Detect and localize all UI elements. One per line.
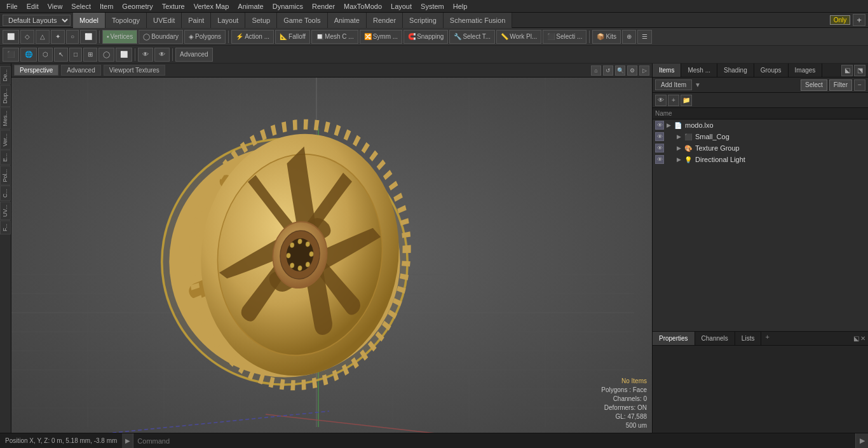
tab-model[interactable]: Model — [73, 13, 105, 28]
tool-vertices-mode[interactable]: ▪ Vertices — [102, 30, 137, 44]
layout-select[interactable]: Default Layouts — [3, 15, 71, 26]
tool-action[interactable]: ⚡ Action ... — [231, 30, 274, 44]
rp-add-icon[interactable]: + — [668, 95, 679, 106]
item-expand-arrow[interactable]: ▶ — [677, 145, 681, 151]
rp-expand-button[interactable]: ⬕ — [841, 65, 853, 76]
item-row[interactable]: 👁 ▶ 🎨 Texture Group — [653, 142, 868, 154]
sidebar-tab-c[interactable]: C... — [0, 186, 11, 201]
tool-boundary-mode[interactable]: ◯ Boundary — [139, 30, 183, 44]
command-input[interactable] — [133, 433, 855, 448]
vp-tab-perspective[interactable]: Perspective — [14, 65, 58, 76]
sidebar-tab-uv[interactable]: UV... — [0, 201, 11, 220]
add-layout-button[interactable]: + — [853, 14, 865, 26]
menu-animate[interactable]: Animate — [234, 1, 267, 11]
tool-select-edges[interactable]: ◇ — [20, 30, 34, 44]
tool2-eye2[interactable]: 👁 — [154, 48, 170, 62]
tab-scripting[interactable]: Scripting — [403, 13, 444, 28]
sidebar-tab-e[interactable]: E... — [0, 150, 11, 165]
tool-mesh-c[interactable]: 🔲 Mesh C ... — [311, 30, 358, 44]
menu-vertex-map[interactable]: Vertex Map — [190, 1, 233, 11]
tab-animate[interactable]: Animate — [328, 13, 367, 28]
tool-scale[interactable]: ⬜ — [80, 30, 97, 44]
tool2-sq1[interactable]: □ — [69, 48, 82, 62]
sidebar-tab-pol[interactable]: Pol... — [0, 166, 11, 186]
tab-uvedit[interactable]: UVEdit — [147, 13, 182, 28]
tab-schematic-fusion[interactable]: Schematic Fusion — [444, 13, 512, 28]
sidebar-tab-f[interactable]: F... — [0, 221, 11, 234]
rp-eye-button[interactable]: 👁 — [655, 95, 667, 106]
star-only-button[interactable]: Only — [830, 15, 851, 25]
filter-button[interactable]: Filter — [829, 79, 852, 91]
tool2-sq3[interactable]: ⬜ — [116, 48, 132, 62]
tool-select-t[interactable]: 🔧 Select T... — [449, 30, 495, 44]
tool-symmetry[interactable]: 🔀 Symm ... — [360, 30, 402, 44]
item-visibility-toggle[interactable]: 👁 — [655, 144, 664, 153]
menu-help[interactable]: Help — [449, 1, 471, 11]
tool2-eye1[interactable]: 👁 — [138, 48, 153, 62]
prop-tab-channels[interactable]: Channels — [695, 332, 735, 345]
tool-rotate[interactable]: ○ — [66, 30, 79, 44]
menu-layout[interactable]: Layout — [387, 1, 416, 11]
menu-item[interactable]: Item — [96, 1, 117, 11]
menu-render[interactable]: Render — [308, 1, 339, 11]
canvas-area[interactable]: /* teeth generated below */ X Y Z — [11, 78, 652, 433]
prop-collapse-icon[interactable]: ✕ — [860, 335, 865, 342]
item-row[interactable]: 👁 ▶ 💡 Directional Light — [653, 154, 868, 165]
tool2-advanced[interactable]: Advanced — [175, 48, 212, 62]
tool2-lasso[interactable]: ⬡ — [38, 48, 53, 62]
item-expand-arrow[interactable]: ▶ — [677, 133, 681, 140]
item-expand-arrow[interactable]: ▶ — [677, 156, 681, 163]
item-row[interactable]: 👁 ▶ 📄 modo.lxo — [653, 119, 868, 131]
sidebar-tab-mes[interactable]: Mes... — [0, 107, 11, 130]
tool-work-plane[interactable]: 📏 Work Pl... — [496, 30, 541, 44]
vp-icon-expand[interactable]: ▷ — [639, 65, 649, 76]
tool-plus[interactable]: ⊕ — [622, 30, 636, 44]
tool-transform[interactable]: ✦ — [51, 30, 65, 44]
sidebar-tab-de[interactable]: De... — [0, 66, 11, 85]
item-visibility-toggle[interactable]: 👁 — [655, 155, 664, 164]
tool-select-polys[interactable]: △ — [36, 30, 50, 44]
select-button[interactable]: Select — [801, 79, 827, 91]
item-expand-arrow[interactable]: ▶ — [667, 122, 671, 128]
tool-snapping[interactable]: 🧲 Snapping — [403, 30, 448, 44]
command-run-button[interactable]: ▶ — [855, 433, 868, 449]
vp-tab-advanced[interactable]: Advanced — [61, 65, 100, 76]
prop-tab-properties[interactable]: Properties — [653, 332, 695, 345]
tab-gametools[interactable]: Game Tools — [277, 13, 328, 28]
tab-paint[interactable]: Paint — [182, 13, 211, 28]
menu-geometry[interactable]: Geometry — [118, 1, 156, 11]
tool-selecti[interactable]: ⬛ Selecti ... — [543, 30, 587, 44]
rp-tab-shading[interactable]: Shading — [717, 64, 754, 77]
rp-collapse-button[interactable]: ⬔ — [854, 65, 865, 76]
command-expand-button[interactable]: ▶ — [122, 433, 133, 449]
tab-render[interactable]: Render — [367, 13, 403, 28]
menu-system[interactable]: System — [417, 1, 448, 11]
item-row[interactable]: 👁 ▶ ⬛ Small_Cog — [653, 131, 868, 142]
menu-select[interactable]: Select — [67, 1, 95, 11]
rp-minus-button[interactable]: − — [854, 79, 865, 91]
menu-file[interactable]: File — [3, 1, 22, 11]
prop-tab-add[interactable]: + — [761, 332, 773, 345]
tool2-arrow[interactable]: ↖ — [54, 48, 68, 62]
item-visibility-toggle[interactable]: 👁 — [655, 132, 664, 141]
prop-tab-lists[interactable]: Lists — [735, 332, 762, 345]
rp-tab-images[interactable]: Images — [789, 64, 823, 77]
rp-tab-mesh[interactable]: Mesh ... — [681, 64, 717, 77]
item-visibility-toggle[interactable]: 👁 — [655, 121, 664, 130]
tool-polygons-mode[interactable]: ◈ Polygons — [184, 30, 226, 44]
menu-view[interactable]: View — [44, 1, 67, 11]
tab-layout[interactable]: Layout — [211, 13, 245, 28]
menu-dynamics[interactable]: Dynamics — [269, 1, 307, 11]
tab-topology[interactable]: Topology — [105, 13, 147, 28]
menu-edit[interactable]: Edit — [23, 1, 43, 11]
prop-expand-icon[interactable]: ⬕ — [853, 335, 859, 342]
sidebar-tab-dup[interactable]: Dup... — [0, 85, 11, 107]
tool2-globe[interactable]: 🌐 — [20, 48, 37, 62]
tool2-circ[interactable]: ◯ — [98, 48, 114, 62]
tool-falloff[interactable]: 📐 Falloff — [275, 30, 310, 44]
rp-folder-icon[interactable]: 📁 — [681, 95, 692, 106]
menu-texture[interactable]: Texture — [158, 1, 189, 11]
vp-icon-settings[interactable]: ⚙ — [627, 65, 637, 76]
rp-tab-items[interactable]: Items — [653, 64, 681, 77]
tool-kits[interactable]: 📦 Kits — [592, 30, 621, 44]
